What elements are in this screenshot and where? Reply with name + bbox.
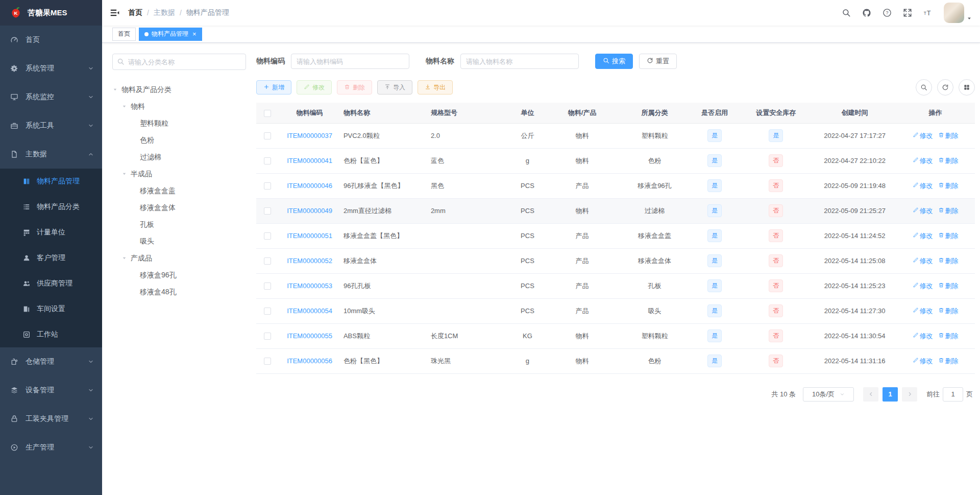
search-button[interactable]: 搜索	[595, 54, 633, 69]
tree-node[interactable]: 物料	[112, 98, 246, 115]
material-code-link[interactable]: ITEM00000051	[287, 232, 332, 240]
tag-0[interactable]: 首页	[112, 28, 136, 41]
tree-node[interactable]: 塑料颗粒	[112, 115, 246, 132]
toggle-search-button[interactable]	[916, 79, 932, 96]
row-edit-button[interactable]: 修改	[913, 332, 933, 341]
row-delete-button[interactable]: 删除	[938, 131, 959, 140]
sidebar-item-supplier-management[interactable]: 供应商管理	[0, 271, 102, 296]
fullscreen-icon[interactable]	[903, 8, 912, 17]
sidebar-item-production-management[interactable]: 生产管理	[0, 433, 102, 462]
edit-button[interactable]: 修改	[297, 80, 332, 95]
row-edit-button[interactable]: 修改	[913, 231, 933, 241]
question-icon[interactable]: ?	[883, 8, 892, 17]
material-code-input[interactable]	[291, 54, 409, 69]
sidebar-item-system-tools[interactable]: 系统工具	[0, 111, 102, 140]
row-checkbox[interactable]	[264, 257, 271, 265]
sidebar-item-measure-unit[interactable]: 计量单位	[0, 220, 102, 245]
row-checkbox[interactable]	[264, 157, 271, 164]
sidebar-item-customer-management[interactable]: 客户管理	[0, 245, 102, 271]
logo-bar[interactable]: K 苦糖果MES	[0, 0, 102, 26]
row-edit-button[interactable]: 修改	[913, 281, 933, 291]
tree-node[interactable]: 过滤棉	[112, 149, 246, 166]
tree-node[interactable]: 半成品	[112, 166, 246, 182]
row-edit-button[interactable]: 修改	[913, 131, 933, 140]
tree-node[interactable]: 移液盒48孔	[112, 284, 246, 300]
material-name-input[interactable]	[460, 54, 579, 69]
row-checkbox[interactable]	[264, 358, 271, 365]
row-checkbox[interactable]	[264, 333, 271, 340]
header-search-icon[interactable]	[842, 8, 851, 17]
font-size-icon[interactable]: TT	[923, 8, 933, 17]
tree-node[interactable]: 物料及产品分类	[112, 81, 246, 98]
breadcrumb-item[interactable]: 首页	[128, 8, 142, 17]
tree-node[interactable]: 色粉	[112, 132, 246, 149]
reset-button[interactable]: 重置	[639, 54, 677, 69]
row-delete-button[interactable]: 删除	[938, 281, 959, 291]
row-edit-button[interactable]: 修改	[913, 156, 933, 166]
tree-node[interactable]: 吸头	[112, 233, 246, 250]
sidebar-item-system-monitor[interactable]: 系统监控	[0, 83, 102, 111]
sidebar-item-material-product-management[interactable]: 物料产品管理	[0, 169, 102, 194]
row-edit-button[interactable]: 修改	[913, 307, 933, 316]
row-edit-button[interactable]: 修改	[913, 256, 933, 266]
sidebar-item-warehouse-management[interactable]: 仓储管理	[0, 347, 102, 376]
row-checkbox[interactable]	[264, 308, 271, 315]
delete-button[interactable]: 删除	[337, 80, 372, 95]
sidebar-item-workstation[interactable]: 工作站	[0, 322, 102, 347]
select-all-checkbox[interactable]	[264, 110, 271, 117]
tree-node[interactable]: 移液盒盒盖	[112, 182, 246, 199]
row-delete-button[interactable]: 删除	[938, 357, 959, 366]
row-delete-button[interactable]: 删除	[938, 231, 959, 241]
material-code-link[interactable]: ITEM00000053	[287, 282, 332, 290]
row-edit-button[interactable]: 修改	[913, 206, 933, 216]
material-code-link[interactable]: ITEM00000049	[287, 207, 332, 215]
sidebar-item-material-product-category[interactable]: 物料产品分类	[0, 194, 102, 220]
row-edit-button[interactable]: 修改	[913, 357, 933, 366]
sidebar-item-workshop-settings[interactable]: 车间设置	[0, 296, 102, 322]
import-button[interactable]: 导入	[377, 80, 412, 95]
sidebar-item-system-admin[interactable]: 系统管理	[0, 54, 102, 83]
tree-node[interactable]: 产成品	[112, 250, 246, 267]
row-delete-button[interactable]: 删除	[938, 206, 959, 216]
page-size-select[interactable]: 10条/页	[803, 387, 854, 402]
tree-node[interactable]: 移液盒96孔	[112, 267, 246, 284]
material-code-link[interactable]: ITEM00000052	[287, 257, 332, 265]
row-checkbox[interactable]	[264, 182, 271, 190]
tag-active[interactable]: 物料产品管理×	[139, 28, 202, 41]
row-checkbox[interactable]	[264, 232, 271, 240]
row-checkbox[interactable]	[264, 132, 271, 139]
material-code-link[interactable]: ITEM00000054	[287, 307, 332, 315]
material-code-link[interactable]: ITEM00000055	[287, 332, 332, 340]
material-code-link[interactable]: ITEM00000046	[287, 182, 332, 190]
goto-page-input[interactable]	[943, 387, 963, 402]
row-delete-button[interactable]: 删除	[938, 181, 959, 191]
sidebar-item-master-data[interactable]: 主数据	[0, 140, 102, 169]
close-icon[interactable]: ×	[192, 31, 197, 37]
material-code-link[interactable]: ITEM00000056	[287, 357, 332, 365]
tree-node[interactable]: 孔板	[112, 216, 246, 233]
sidebar-item-fixture-management[interactable]: 工装夹具管理	[0, 405, 102, 433]
row-checkbox[interactable]	[264, 282, 271, 290]
avatar[interactable]	[944, 3, 964, 23]
add-button[interactable]: 新增	[256, 80, 291, 95]
row-delete-button[interactable]: 删除	[938, 156, 959, 166]
page-number-1[interactable]: 1	[883, 387, 898, 402]
row-delete-button[interactable]: 删除	[938, 256, 959, 266]
user-menu[interactable]	[944, 3, 972, 23]
material-code-link[interactable]: ITEM00000037	[287, 132, 332, 139]
row-delete-button[interactable]: 删除	[938, 332, 959, 341]
sidebar-toggle-icon[interactable]	[110, 8, 120, 18]
row-delete-button[interactable]: 删除	[938, 307, 959, 316]
refresh-button[interactable]	[937, 79, 953, 96]
columns-button[interactable]	[959, 79, 975, 96]
sidebar-item-device-management[interactable]: 设备管理	[0, 376, 102, 405]
tree-search-input[interactable]	[112, 54, 246, 70]
material-code-link[interactable]: ITEM00000041	[287, 157, 332, 164]
prev-page-button[interactable]	[863, 387, 878, 402]
tree-node[interactable]: 移液盒盒体	[112, 199, 246, 216]
next-page-button[interactable]	[902, 387, 917, 402]
row-edit-button[interactable]: 修改	[913, 181, 933, 191]
export-button[interactable]: 导出	[418, 80, 453, 95]
row-checkbox[interactable]	[264, 207, 271, 215]
sidebar-item-home[interactable]: 首页	[0, 26, 102, 54]
